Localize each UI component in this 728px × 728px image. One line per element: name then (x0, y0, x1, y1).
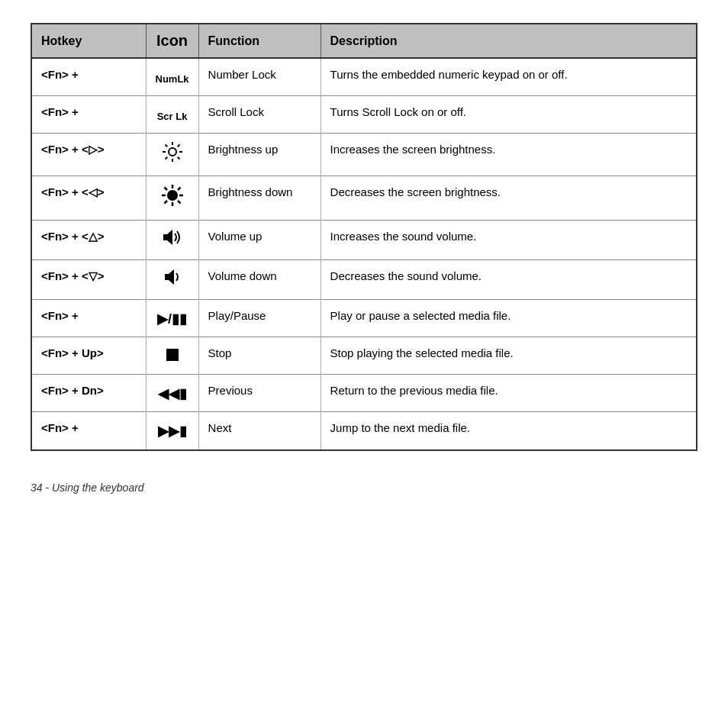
function-cell: Brightness down (198, 176, 321, 221)
icon-cell (146, 260, 198, 300)
table-row: <Fn> + NumLkNumber LockTurns the embedde… (31, 58, 697, 96)
function-cell: Number Lock (198, 58, 321, 96)
hotkey-cell: <Fn> + (31, 300, 146, 337)
icon-cell: NumLk (146, 58, 198, 96)
icon-cell: ◀◀▮ (146, 375, 198, 412)
function-cell: Volume down (198, 260, 321, 300)
hotkey-cell: <Fn> + (31, 412, 146, 450)
function-cell: Volume up (198, 221, 321, 260)
icon-cell (146, 134, 198, 176)
icon-cell: ▶▶▮ (146, 412, 198, 450)
table-row: <Fn> + Scr LkScroll LockTurns Scroll Loc… (31, 96, 697, 134)
function-cell: Previous (198, 375, 321, 412)
svg-line-16 (178, 188, 181, 191)
svg-line-5 (165, 145, 167, 147)
icon-cell: Scr Lk (146, 96, 198, 134)
hotkey-cell: <Fn> + Dn> (31, 375, 146, 412)
table-row: <Fn> +▶/▮▮Play/PausePlay or pause a sele… (31, 300, 697, 337)
hotkey-cell: <Fn> + <△> (31, 221, 146, 260)
icon-cell (146, 337, 198, 375)
volume-up-icon (162, 228, 183, 246)
function-cell: Brightness up (198, 134, 321, 176)
table-row: <Fn> + Up>StopStop playing the selected … (31, 337, 697, 375)
function-cell: Stop (198, 337, 321, 375)
hotkey-cell: <Fn> + <▽> (31, 260, 146, 300)
function-cell: Play/Pause (198, 300, 321, 337)
table-row: <Fn> + ▶▶▮NextJump to the next media fil… (31, 412, 697, 450)
description-cell: Turns Scroll Lock on or off. (321, 96, 697, 134)
icon-cell (146, 221, 198, 260)
next-icon: ▶▶▮ (158, 424, 187, 439)
description-cell: Jump to the next media file. (321, 412, 697, 450)
function-cell: Scroll Lock (198, 96, 321, 134)
header-hotkey: Hotkey (31, 24, 146, 58)
hotkey-cell: <Fn> + (31, 58, 146, 96)
page-footer: 34 - Using the keyboard (31, 482, 697, 494)
description-cell: Play or pause a selected media file. (321, 300, 697, 337)
description-cell: Increases the sound volume. (321, 221, 697, 260)
table-row: <Fn> + <△> Volume upIncreases the sound … (31, 221, 697, 260)
icon-cell: ▶/▮▮ (146, 300, 198, 337)
brightness-down-icon (161, 184, 184, 207)
table-row: <Fn> + <▷> Brightness upIncreases the sc… (31, 134, 697, 176)
header-description: Description (321, 24, 697, 58)
hotkey-cell: <Fn> + Up> (31, 337, 146, 375)
brightness-up-icon (162, 141, 183, 163)
table-header-row: Hotkey Icon Function Description (31, 24, 697, 58)
svg-line-6 (177, 157, 179, 159)
volume-down-icon (163, 268, 182, 286)
description-cell: Return to the previous media file. (321, 375, 697, 412)
svg-marker-19 (165, 269, 174, 285)
hotkey-cell: <Fn> + (31, 96, 146, 134)
table-row: <Fn> + <◁> Brightness downDecreases the … (31, 176, 697, 221)
description-cell: Decreases the sound volume. (321, 260, 697, 300)
hotkey-table: Hotkey Icon Function Description <Fn> + … (31, 23, 697, 451)
svg-line-17 (164, 201, 167, 204)
description-cell: Decreases the screen brightness. (321, 176, 697, 221)
header-function: Function (198, 24, 321, 58)
previous-icon: ◀◀▮ (158, 386, 187, 401)
hotkey-cell: <Fn> + <▷> (31, 134, 146, 176)
svg-point-0 (169, 148, 176, 156)
svg-line-8 (165, 157, 167, 159)
svg-point-9 (167, 190, 178, 201)
svg-line-7 (177, 145, 179, 147)
svg-line-14 (164, 188, 167, 191)
description-cell: Increases the screen brightness. (321, 134, 697, 176)
table-row: <Fn> + <▽> Volume downDecreases the soun… (31, 260, 697, 300)
svg-marker-18 (163, 230, 172, 245)
svg-line-15 (178, 201, 181, 204)
stop-icon (166, 349, 179, 361)
description-cell: Turns the embedded numeric keypad on or … (321, 58, 697, 96)
description-cell: Stop playing the selected media file. (321, 337, 697, 375)
table-row: <Fn> + Dn>◀◀▮PreviousReturn to the previ… (31, 375, 697, 412)
hotkey-cell: <Fn> + <◁> (31, 176, 146, 221)
icon-cell (146, 176, 198, 221)
header-icon: Icon (146, 24, 198, 58)
function-cell: Next (198, 412, 321, 450)
play-pause-icon: ▶/▮▮ (157, 311, 187, 327)
